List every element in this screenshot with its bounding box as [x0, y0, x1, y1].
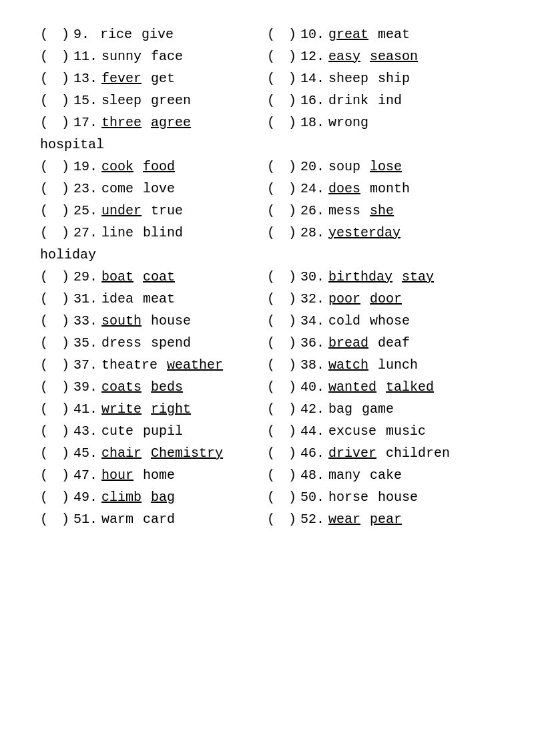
word1: great: [328, 27, 368, 42]
right-paren: ): [288, 181, 296, 196]
word1: dress: [101, 335, 142, 351]
left-paren: (: [40, 379, 48, 395]
item-0-0: ( )9.ricegive: [40, 27, 267, 42]
item-number: 46.: [300, 445, 324, 461]
item-4-1: ( )18.wrong: [267, 115, 494, 130]
word2: whose: [370, 313, 410, 329]
word1: bag: [328, 401, 352, 417]
blank-space: [276, 49, 288, 64]
item-6-0: ( )19.cookfood: [40, 159, 267, 174]
left-paren: (: [267, 423, 275, 439]
word2: season: [370, 49, 418, 64]
row-1: ( )11.sunnyface( )12.easyseason: [40, 49, 494, 64]
left-paren: (: [40, 291, 48, 307]
item-number: 19.: [73, 159, 97, 174]
row-15: ( )37.theatreweather( )38.watchlunch: [40, 357, 494, 373]
blank-space: [49, 181, 61, 196]
word1: cook: [101, 159, 134, 174]
blank-space: [49, 379, 61, 395]
word1: wear: [328, 512, 360, 527]
item-22-0: ( )51.warmcard: [40, 512, 267, 527]
left-paren: (: [267, 93, 275, 108]
right-paren: ): [61, 379, 69, 395]
blank-space: [49, 269, 61, 285]
item-9-0: ( )27.lineblind: [40, 225, 267, 240]
word1: wanted: [328, 379, 376, 395]
word2: music: [386, 423, 426, 439]
item-4-0: ( )17.threeagree: [40, 115, 267, 130]
word1: sleep: [101, 93, 142, 108]
row-6: ( )19.cookfood( )20.souplose: [40, 159, 494, 174]
word1: boat: [101, 269, 134, 285]
word2: face: [151, 49, 183, 64]
blank-space: [276, 225, 288, 240]
row-22: ( )51.warmcard( )52.wearpear: [40, 512, 494, 527]
row-20: ( )47.hourhome( )48.manycake: [40, 467, 494, 483]
left-paren: (: [267, 445, 275, 461]
row-19: ( )45.chairChemistry( )46.driverchildren: [40, 445, 494, 461]
right-paren: ): [61, 357, 69, 373]
item-7-0: ( )23.comelove: [40, 181, 267, 196]
left-paren: (: [267, 225, 275, 240]
blank-space: [49, 357, 61, 373]
word1: under: [101, 203, 142, 218]
item-number: 30.: [300, 269, 324, 285]
item-number: 28.: [300, 225, 324, 240]
right-paren: ): [288, 93, 296, 108]
word2: get: [151, 71, 175, 86]
left-paren: (: [267, 490, 275, 505]
blank-space: [49, 27, 61, 42]
word2: bag: [151, 490, 175, 505]
word1: sheep: [328, 71, 368, 86]
right-paren: ): [288, 490, 296, 505]
word2: agree: [151, 115, 191, 130]
item-15-1: ( )38.watchlunch: [267, 357, 494, 373]
word2: meat: [378, 27, 410, 42]
blank-space: [276, 27, 288, 42]
item-number: 10.: [300, 27, 324, 42]
item-0-1: ( )10.greatmeat: [267, 27, 494, 42]
item-number: 38.: [300, 357, 324, 373]
right-paren: ): [61, 203, 69, 218]
word1: three: [101, 115, 142, 130]
blank-space: [49, 71, 61, 86]
item-number: 15.: [73, 93, 97, 108]
blank-space: [49, 423, 61, 439]
right-paren: ): [61, 181, 69, 196]
blank-space: [49, 512, 61, 527]
item-3-1: ( )16.drinkind: [267, 93, 494, 108]
word1: soup: [328, 159, 360, 174]
word2: deaf: [378, 335, 410, 351]
item-20-0: ( )47.hourhome: [40, 467, 267, 483]
blank-space: [276, 313, 288, 329]
item-18-0: ( )43.cutepupil: [40, 423, 267, 439]
blank-space: [276, 512, 288, 527]
item-12-1: ( )32.poordoor: [267, 291, 494, 307]
item-12-0: ( )31.ideameat: [40, 291, 267, 307]
item-19-0: ( )45.chairChemistry: [40, 445, 267, 461]
right-paren: ): [61, 291, 69, 307]
extra-word: hospital: [40, 137, 494, 152]
word2: lose: [370, 159, 402, 174]
row-4: ( )17.threeagree( )18.wrong: [40, 115, 494, 130]
item-22-1: ( )52.wearpear: [267, 512, 494, 527]
item-number: 35.: [73, 335, 97, 351]
blank-space: [49, 291, 61, 307]
right-paren: ): [288, 203, 296, 218]
item-7-1: ( )24.doesmonth: [267, 181, 494, 196]
word2: green: [151, 93, 191, 108]
left-paren: (: [267, 27, 275, 42]
right-paren: ): [61, 512, 69, 527]
right-paren: ): [288, 71, 296, 86]
word2: beds: [151, 379, 183, 395]
right-paren: ): [288, 467, 296, 483]
item-11-1: ( )30.birthdaystay: [267, 269, 494, 285]
item-13-0: ( )33.southhouse: [40, 313, 267, 329]
item-1-0: ( )11.sunnyface: [40, 49, 267, 64]
word2: she: [370, 203, 394, 218]
word1: line: [101, 225, 134, 240]
word1: easy: [328, 49, 360, 64]
word1: horse: [328, 490, 368, 505]
left-paren: (: [267, 401, 275, 417]
item-8-0: ( )25.undertrue: [40, 203, 267, 218]
